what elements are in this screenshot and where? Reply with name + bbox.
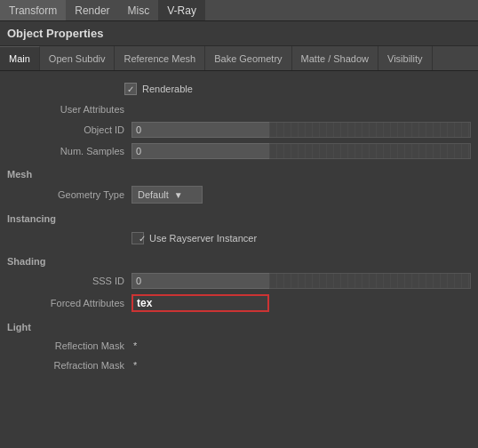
tab-matte-shadow[interactable]: Matte / Shadow [292, 46, 378, 70]
user-attributes-row: User Attributes [0, 100, 478, 119]
geometry-type-label: Geometry Type [7, 189, 131, 200]
menu-vray[interactable]: V-Ray [158, 0, 205, 20]
tab-bake-geometry[interactable]: Bake Geometry [205, 46, 291, 70]
geometry-type-selected: Default [138, 189, 169, 200]
num-samples-value-container [131, 143, 471, 159]
reflection-mask-value-container: * [131, 340, 471, 351]
menu-transform[interactable]: Transform [0, 0, 66, 20]
sss-id-slider-container [131, 273, 471, 289]
light-section-header: Light [0, 318, 478, 336]
forced-attributes-label: Forced Attributes [7, 298, 131, 308]
mesh-section-header: Mesh [0, 165, 478, 183]
geometry-type-dropdown[interactable]: Default ▼ [131, 186, 203, 204]
reflection-mask-value: * [131, 340, 137, 351]
tab-open-subdiv[interactable]: Open Subdiv [40, 46, 116, 70]
refraction-mask-label: Refraction Mask [7, 360, 131, 371]
rayserver-label: Use Rayserver Instancer [149, 233, 257, 244]
user-attributes-label: User Attributes [7, 104, 131, 115]
sss-id-value-container [131, 273, 471, 289]
forced-attributes-input[interactable] [131, 294, 269, 312]
menu-render[interactable]: Render [66, 0, 118, 20]
sss-id-row: SSS ID [0, 270, 478, 292]
reflection-mask-row: Reflection Mask * [0, 336, 478, 356]
num-samples-track[interactable] [269, 143, 471, 159]
tab-reference-mesh[interactable]: Reference Mesh [115, 46, 205, 70]
tab-visibility[interactable]: Visibility [378, 46, 433, 70]
shading-section-header: Shading [0, 252, 478, 270]
content-area: Renderable User Attributes Object ID Num… [0, 71, 478, 382]
refraction-mask-value: * [131, 360, 137, 371]
rayserver-row: ✓ Use Rayserver Instancer [0, 228, 478, 249]
object-id-label: Object ID [7, 124, 131, 135]
renderable-checkbox[interactable] [124, 83, 137, 95]
renderable-label: Renderable [142, 84, 193, 94]
object-id-slider-container [131, 122, 471, 138]
tab-main[interactable]: Main [0, 46, 40, 70]
tabs-row: Main Open Subdiv Reference Mesh Bake Geo… [0, 46, 478, 71]
object-id-value-container [131, 122, 471, 138]
num-samples-label: Num. Samples [7, 146, 131, 156]
forced-attr-container [131, 294, 471, 312]
geometry-type-value-container: Default ▼ [131, 186, 471, 204]
object-id-row: Object ID [0, 119, 478, 140]
geometry-type-row: Geometry Type Default ▼ [0, 183, 478, 206]
menu-bar: Transform Render Misc V-Ray [0, 0, 478, 21]
reflection-mask-label: Reflection Mask [7, 340, 131, 351]
instancing-section-header: Instancing [0, 210, 478, 228]
object-id-track[interactable] [269, 122, 471, 138]
refraction-mask-value-container: * [131, 360, 471, 371]
sss-id-label: SSS ID [7, 276, 131, 286]
dropdown-arrow-icon: ▼ [174, 190, 183, 200]
num-samples-input[interactable] [131, 143, 269, 159]
sss-id-track[interactable] [269, 273, 471, 289]
rayserver-checkbox[interactable]: ✓ [131, 232, 144, 244]
menu-misc[interactable]: Misc [119, 0, 159, 20]
forced-attributes-row: Forced Attributes [0, 292, 478, 315]
sss-id-input[interactable] [131, 273, 269, 289]
renderable-row: Renderable [0, 78, 478, 100]
object-id-input[interactable] [131, 122, 269, 138]
num-samples-slider-container [131, 143, 471, 159]
num-samples-row: Num. Samples [0, 140, 478, 162]
forced-attributes-value-container [131, 294, 471, 312]
refraction-mask-row: Refraction Mask * [0, 356, 478, 375]
panel-title: Object Properties [0, 21, 478, 46]
